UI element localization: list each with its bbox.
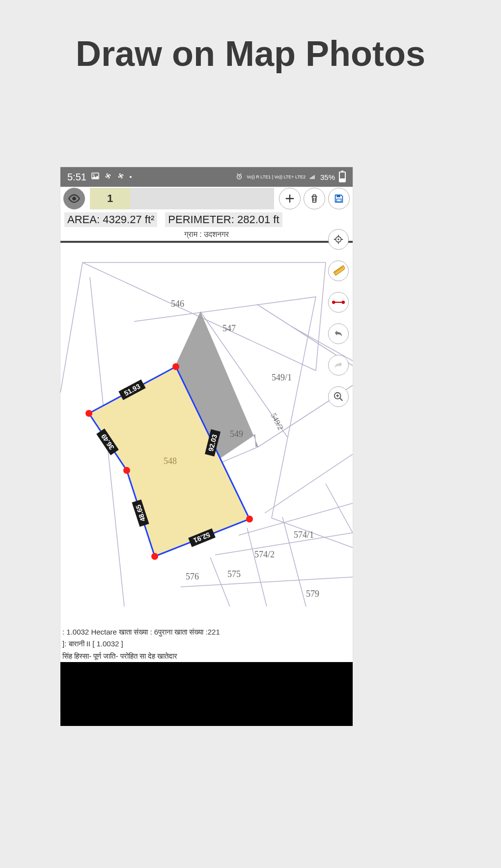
area-stat: AREA: 4329.27 ft² — [64, 212, 157, 227]
svg-point-18 — [332, 301, 335, 304]
battery-text: 35% — [320, 173, 335, 181]
status-bar: 5:51 Vo)) R LTE1 | Vo)) LTE+ LTE2 35% — [60, 167, 353, 187]
save-button[interactable] — [328, 188, 350, 209]
svg-text:549: 549 — [230, 429, 243, 439]
svg-point-23 — [85, 410, 92, 417]
top-toolbar: 1 — [60, 187, 353, 210]
svg-point-5 — [72, 197, 76, 201]
image-icon — [91, 172, 99, 182]
phone-frame: 5:51 Vo)) R LTE1 | Vo)) LTE+ LTE2 35% — [60, 167, 353, 712]
undo-button[interactable] — [328, 323, 349, 344]
svg-text:547: 547 — [223, 323, 236, 333]
svg-rect-7 — [336, 199, 341, 202]
info-strip: : 1.0032 Hectare खाता संख्या : 6पुराना ख… — [60, 626, 353, 662]
stats-row: AREA: 4329.27 ft² PERIMETER: 282.01 ft — [60, 210, 353, 229]
redo-button[interactable] — [328, 355, 349, 376]
map-svg: 51.93 92.03 52.91 48.65 36.49 — [60, 243, 353, 626]
locate-button[interactable] — [328, 229, 349, 250]
tab-1[interactable]: 1 — [90, 188, 130, 209]
status-time: 5:51 — [67, 172, 86, 183]
tab-strip: 1 — [90, 188, 274, 209]
add-button[interactable] — [279, 188, 301, 209]
svg-text:579: 579 — [306, 589, 319, 599]
svg-point-1 — [93, 174, 94, 175]
fan-icon — [104, 172, 112, 182]
map-canvas[interactable]: ग्राम : उदशनगर — [60, 229, 353, 626]
svg-point-26 — [246, 516, 253, 522]
svg-text:575: 575 — [227, 569, 241, 579]
svg-text:549/1: 549/1 — [272, 373, 292, 382]
ruler-button[interactable] — [328, 260, 349, 281]
footer-black — [60, 662, 353, 726]
delete-button[interactable] — [304, 188, 325, 209]
battery-icon — [339, 172, 346, 182]
svg-rect-6 — [336, 195, 340, 198]
network-text: Vo)) R LTE1 | Vo)) LTE+ LTE2 — [247, 175, 306, 179]
svg-text:546: 546 — [171, 299, 184, 309]
svg-point-9 — [337, 238, 339, 240]
map-header: ग्राम : उदशनगर — [60, 229, 353, 240]
svg-point-25 — [151, 553, 158, 560]
svg-text:574/1: 574/1 — [294, 530, 314, 540]
svg-text:576: 576 — [186, 572, 199, 581]
alarm-icon — [236, 173, 243, 181]
dot-icon — [130, 176, 132, 178]
signal-icon — [309, 173, 316, 181]
line-tool-button[interactable] — [328, 292, 349, 313]
perimeter-stat: PERIMETER: 282.01 ft — [165, 212, 282, 227]
fan-icon — [117, 172, 125, 182]
visibility-button[interactable] — [63, 188, 85, 209]
side-tools — [328, 229, 349, 407]
svg-text:549/2: 549/2 — [269, 411, 285, 431]
tab-empty[interactable] — [130, 188, 274, 209]
svg-point-22 — [172, 363, 179, 370]
page-title: Draw on Map Photos — [0, 33, 501, 74]
zoom-in-button[interactable] — [328, 386, 349, 407]
svg-point-24 — [123, 467, 130, 474]
svg-text:574/2: 574/2 — [254, 550, 275, 559]
svg-rect-10 — [334, 265, 345, 275]
svg-point-19 — [342, 301, 345, 304]
svg-text:548: 548 — [164, 456, 177, 466]
